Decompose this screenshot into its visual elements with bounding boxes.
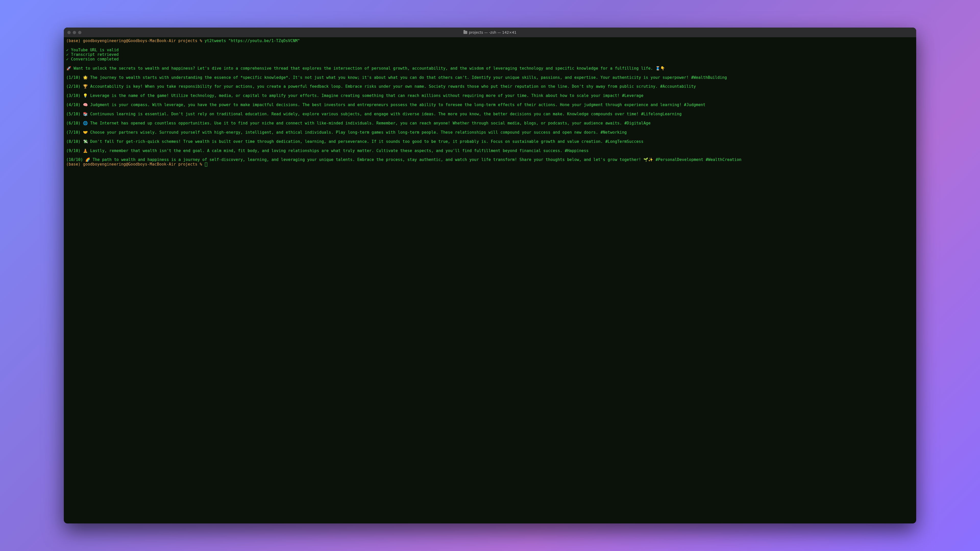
prompt-sep: % <box>200 162 202 167</box>
minimize-icon[interactable] <box>73 31 76 34</box>
prompt-cwd: projects <box>178 162 197 167</box>
terminal-window: projects — -zsh — 142×41 (base) goodboye… <box>64 27 916 524</box>
window-title: projects — -zsh — 142×41 <box>64 30 916 35</box>
tweet: (5/10) 📚 Continuous learning is essentia… <box>66 112 682 116</box>
tweet: (10/10) 🌈 The path to wealth and happine… <box>66 157 741 162</box>
thread-intro: 🚀 Want to unlock the secrets to wealth a… <box>66 66 665 71</box>
tweet: (4/10) 🧠 Judgment is your compass. With … <box>66 103 706 107</box>
prompt-user-host: goodboyengineering@Goodboys-MacBook-Air <box>83 162 176 167</box>
command-text: yt2tweets "https://youtu.be/1-TZqOsVCNM" <box>205 38 300 43</box>
prompt-env: (base) <box>66 162 81 167</box>
status-line: ✓ YouTube URL is valid <box>66 48 119 52</box>
window-title-text: projects — -zsh — 142×41 <box>469 30 517 35</box>
folder-icon <box>463 31 467 34</box>
close-icon[interactable] <box>67 31 71 34</box>
tweet: (9/10) 🧘 Lastly, remember that wealth is… <box>66 148 589 153</box>
tweet: (1/10) 🌟 The journey to wealth starts wi… <box>66 75 727 80</box>
tweet: (8/10) 💸 Don't fall for get-rich-quick s… <box>66 139 644 144</box>
prompt-cwd: projects <box>178 38 197 43</box>
tweet: (2/10) 🏆 Accountability is key! When you… <box>66 84 696 89</box>
tweet: (6/10) 🌐 The Internet has opened up coun… <box>66 121 651 125</box>
status-line: ✓ Conversion completed <box>66 57 119 62</box>
prompt-user-host: goodboyengineering@Goodboys-MacBook-Air <box>83 38 176 43</box>
tweet: (3/10) 💡 Leverage is the name of the gam… <box>66 94 644 98</box>
prompt-env: (base) <box>66 38 81 43</box>
terminal-body[interactable]: (base) goodboyengineering@Goodboys-MacBo… <box>64 37 916 524</box>
prompt-sep: % <box>200 38 202 43</box>
cursor-icon <box>205 162 207 167</box>
maximize-icon[interactable] <box>78 31 81 34</box>
tweet: (7/10) 🤝 Choose your partners wisely. Su… <box>66 130 627 135</box>
titlebar[interactable]: projects — -zsh — 142×41 <box>64 27 916 37</box>
window-controls <box>67 31 81 34</box>
status-line: ✓ Transcript retrieved <box>66 52 119 57</box>
